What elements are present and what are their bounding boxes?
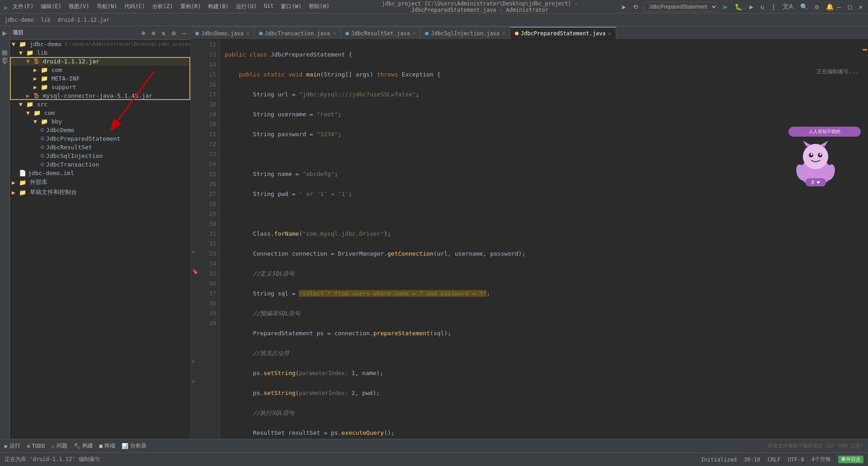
separator: | xyxy=(770,2,777,11)
code-line-31: ResultSet resultSet = ps.executeQuery(); xyxy=(225,428,857,438)
tree-item-JdbcResultSet[interactable]: © JdbcResultSet xyxy=(10,143,190,152)
menu-bar: 文件(F)编辑(E)视图(V)导航(N)代码(C)分析(Z)重构(R)构建(B)… xyxy=(10,2,332,11)
menu-item-E[interactable]: 编辑(E) xyxy=(38,2,64,11)
tab-JdbcSqlInjection[interactable]: JdbcSqlInjection.java ✕ xyxy=(420,27,510,39)
cursor-position[interactable]: 30:18 xyxy=(744,456,760,463)
locate-icon[interactable]: ⊕ xyxy=(140,29,147,38)
tree-item-JdbcDemo[interactable]: © JdbcDemo xyxy=(10,126,190,134)
tab-close-1[interactable]: ✕ xyxy=(333,30,336,36)
build-label: 构建 xyxy=(82,442,93,450)
tree-item-com[interactable]: ▶ 📁 com xyxy=(10,66,190,74)
side-icon-fav[interactable]: ★ xyxy=(1,59,8,66)
code-editor[interactable]: public class JdbcPreparedStatement { pub… xyxy=(220,40,862,439)
menu-item-Z[interactable]: 分析(Z) xyxy=(150,2,176,11)
profiler-tool[interactable]: 📊 分析器 xyxy=(122,442,146,450)
java-dot-0 xyxy=(195,32,199,35)
tab-label-2: JdbcResultSet.java xyxy=(351,30,410,37)
tree-item-external[interactable]: ▶ 📁 外部库 xyxy=(10,177,190,187)
menu-item-N[interactable]: 导航(N) xyxy=(94,2,120,11)
menu-item-F[interactable]: 文件(F) xyxy=(10,2,36,11)
tree-item-jdbc-demo[interactable]: ▼ 📁 jdbc-demo C:\Users\Administrator\Des… xyxy=(10,40,190,48)
breadcrumb-item-1[interactable]: lib xyxy=(41,17,51,23)
tree-item-JdbcTransaction[interactable]: © JdbcTransaction xyxy=(10,160,190,169)
tree-item-JdbcSqlInjection[interactable]: © JdbcSqlInjection xyxy=(10,152,190,160)
menu-item-R[interactable]: 重构(R) xyxy=(178,2,204,11)
refresh-btn[interactable]: ↻ xyxy=(759,2,766,11)
indent-label[interactable]: 4个空格 xyxy=(811,456,831,463)
minimize-btn[interactable]: — xyxy=(835,3,843,10)
code-line-21: Class.forName("com.mysql.jdbc.Driver"); xyxy=(225,229,857,239)
tree-label-JdbcTransaction: JdbcTransaction xyxy=(46,161,99,168)
tree-item-lib[interactable]: ▼ 📁 lib xyxy=(10,48,190,57)
menu-item-V[interactable]: 视图(V) xyxy=(66,2,92,11)
todo-tool[interactable]: ≡ TODO xyxy=(27,443,45,449)
tree-item-iml[interactable]: 📄 jdbc-demo.iml xyxy=(10,169,190,177)
project-label: 项目 xyxy=(13,29,24,37)
tree-item-mysql[interactable]: ▶ 🗜 mysql-connector-java-5.1.48.jar xyxy=(10,91,190,100)
title-bar: ☕ 文件(F)编辑(E)视图(V)导航(N)代码(C)分析(Z)重构(R)构建(… xyxy=(0,0,868,14)
line-sep[interactable]: CRLF xyxy=(768,456,781,463)
tab-JdbcPreparedStatement[interactable]: JdbcPreparedStatement.java ✕ xyxy=(510,27,616,39)
bottom-toolbar: ▶ 运行 ≡ TODO ⚠ 问题 🔨 构建 ■ 终端 📊 分析器 所有文件都处于… xyxy=(0,439,868,452)
hide-sidebar-icon[interactable]: — xyxy=(180,29,188,38)
todo-label: TODO xyxy=(32,443,45,449)
notification-icon[interactable]: 🔔 xyxy=(824,2,835,11)
tree-item-druid[interactable]: ▼ 🗜 druid-1.1.12.jar xyxy=(10,57,190,66)
terminal-tool[interactable]: ■ 终端 xyxy=(99,442,115,450)
build-tool[interactable]: 🔨 构建 xyxy=(74,442,93,450)
problems-label: 问题 xyxy=(57,442,67,450)
tree-item-metainf[interactable]: ▶ 📁 META-INF xyxy=(10,74,190,83)
menu-item-B[interactable]: 构建(B) xyxy=(205,2,231,11)
tree-item-JdbcPreparedStatement[interactable]: © JdbcPreparedStatement xyxy=(10,134,190,143)
java-icon-JdbcDemo: © xyxy=(41,127,44,133)
menu-item-Git[interactable]: Git xyxy=(261,2,277,11)
main-wrapper: ▶ 构建 文档 ★ 项目 ⊕ ≡ ⇅ ⚙ — ▼ 📁 jdbc-d xyxy=(0,26,868,466)
problems-tool[interactable]: ⚠ 问题 xyxy=(51,442,67,450)
tree-item-src[interactable]: ▼ 📁 src xyxy=(10,100,190,109)
settings-icon[interactable]: ⚙ xyxy=(813,2,821,11)
run-tool[interactable]: ▶ 运行 xyxy=(5,442,20,450)
run-config-dropdown[interactable]: JdbcPreparedStatement xyxy=(644,2,718,12)
tree-item-support[interactable]: ▶ 📁 support xyxy=(10,83,190,91)
coverage-btn[interactable]: ▶ xyxy=(748,2,755,11)
collapse-icon[interactable]: ≡ xyxy=(150,29,157,38)
search-icon-top[interactable]: 🔍 xyxy=(798,2,810,11)
close-btn[interactable]: ✕ xyxy=(857,3,864,10)
tab-close-0[interactable]: ✕ xyxy=(246,30,250,36)
event-log-badge[interactable]: 事件日志 xyxy=(838,456,863,463)
maximize-btn[interactable]: □ xyxy=(846,3,854,10)
encoding-label[interactable]: UTF-8 xyxy=(788,456,804,463)
breadcrumb-item-2[interactable]: druid-1.1.12.jar xyxy=(57,17,110,23)
settings-sidebar-icon[interactable]: ⚙ xyxy=(170,29,177,38)
code-content[interactable]: ▷ 🔖 ▷ ▷ 12131415 16171819 20212223 24252… xyxy=(191,40,868,439)
tab-JdbcResultSet[interactable]: JdbcResultSet.java ✕ xyxy=(341,27,421,39)
tree-item-bby[interactable]: ▼ 📁 bby xyxy=(10,117,190,126)
sort-icon[interactable]: ⇅ xyxy=(160,29,167,38)
breadcrumb-item-0[interactable]: jdbc-demo xyxy=(5,17,34,23)
mascot-svg: B ♥ xyxy=(788,138,843,188)
menu-item-W[interactable]: 窗口(W) xyxy=(278,2,304,11)
code-line-15: String username = "root"; xyxy=(225,109,857,119)
tab-close-4[interactable]: ✕ xyxy=(609,31,612,37)
run-btn[interactable]: ▶ xyxy=(722,2,729,11)
tab-JdbcTransaction[interactable]: JdbcTransaction.java ✕ xyxy=(255,27,341,39)
tree-item-com-src[interactable]: ▼ 📁 com xyxy=(10,109,190,117)
tab-close-2[interactable]: ✕ xyxy=(413,30,416,36)
tab-JdbcDemo[interactable]: JdbcDemo.java ✕ xyxy=(191,27,255,39)
debug-btn[interactable]: 🐛 xyxy=(733,2,744,11)
menu-item-H[interactable]: 帮助(H) xyxy=(306,2,332,11)
translate-icon[interactable]: 文A xyxy=(781,2,794,12)
tab-close-3[interactable]: ✕ xyxy=(502,30,505,36)
side-icon-run[interactable]: ▶ xyxy=(2,28,7,38)
tree-item-scratch[interactable]: ▶ 📁 草稿文件和控制台 xyxy=(10,187,190,197)
code-line-25: //预编译SQL语句 xyxy=(225,309,857,319)
code-line-23: //定义SQL语句 xyxy=(225,269,857,279)
menu-item-C[interactable]: 代码(C) xyxy=(122,2,148,11)
menu-item-U[interactable]: 运行(U) xyxy=(233,2,259,11)
content-area: ▶ 构建 文档 ★ 项目 ⊕ ≡ ⇅ ⚙ — ▼ 📁 jdbc-d xyxy=(0,26,868,439)
build-icon: 🔨 xyxy=(74,443,80,449)
mascot-speech: 人人皆知不错的 xyxy=(788,127,861,137)
navigation-icon[interactable]: ⟲ xyxy=(631,2,640,11)
run-config-selector[interactable]: ▶ xyxy=(620,2,627,11)
svg-point-4 xyxy=(811,153,812,155)
